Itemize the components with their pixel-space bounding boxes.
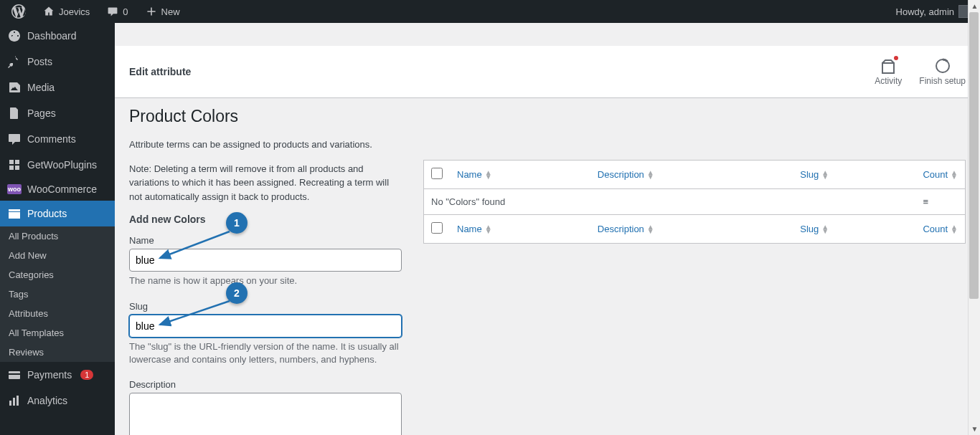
submenu-tags[interactable]: Tags [0,285,115,304]
new-label: New [161,6,180,17]
svg-rect-8 [17,396,19,406]
main-content: Edit attribute Activity Finish setup Pro… [115,46,980,435]
menu-comments[interactable]: Comments [0,126,115,152]
col-description-label: Description [598,224,644,234]
scroll-down-arrow[interactable]: ▼ [969,423,980,435]
page-title: Edit attribute [129,66,191,77]
plugin-icon [7,158,22,172]
submenu-add-new[interactable]: Add New [0,246,115,265]
sort-icon: ▲▼ [485,225,492,234]
header-actions: Activity Finish setup [875,57,966,86]
menu-getwooplugins[interactable]: GetWooPlugins [0,152,115,178]
name-desc: The name is how it appears on your site. [129,274,402,287]
col-description-footer[interactable]: Description▲▼ [590,215,793,244]
sort-icon: ▲▼ [951,171,958,179]
col-count-header[interactable]: Count▲▼ [915,161,965,189]
menu-label: Analytics [27,395,67,406]
col-count-footer[interactable]: Count▲▼ [915,215,965,244]
page-icon [7,106,22,120]
submenu-all-templates[interactable]: All Templates [0,323,115,343]
table-footer-row: Name▲▼ Description▲▼ Slug▲▼ Count▲▼ [424,215,966,244]
activity-label: Activity [875,76,902,86]
col-slug-label: Slug [800,169,819,180]
menu-products[interactable]: Products [0,201,115,226]
no-items-row: No "Colors" found ≡ [424,189,966,215]
sort-icon: ▲▼ [485,171,492,179]
menu-woocommerce[interactable]: woo WooCommerce [0,178,115,201]
site-name-link[interactable]: Joevics [36,0,95,23]
submenu-reviews[interactable]: Reviews [0,343,115,362]
activity-button[interactable]: Activity [875,57,902,86]
activity-dot [894,56,898,60]
sort-icon: ▲▼ [821,171,829,179]
pin-icon [7,54,22,69]
svg-rect-0 [9,160,14,164]
scroll-up-arrow[interactable]: ▲ [969,0,980,12]
dashboard-icon [7,29,22,43]
menu-label: Comments [27,133,76,145]
comment-icon [105,4,120,19]
submenu-attributes[interactable]: Attributes [0,304,115,323]
activity-icon [880,57,897,75]
admin-bar-right[interactable]: Howdy, admin [896,5,974,18]
comment-icon [7,132,22,146]
menu-posts[interactable]: Posts [0,49,115,75]
wp-logo[interactable] [6,0,32,23]
description-textarea[interactable] [129,393,402,435]
menu-label: GetWooPlugins [27,159,97,171]
col-name-footer[interactable]: Name▲▼ [450,215,590,244]
admin-bar: Joevics 0 New Howdy, admin [0,0,980,23]
terms-table: Name▲▼ Description▲▼ Slug▲▼ Count▲▼ No "… [423,160,966,244]
name-field-wrap: Name The name is how it appears on your … [129,235,402,288]
submenu-all-products[interactable]: All Products [0,226,115,246]
row-menu-icon[interactable]: ≡ [915,189,965,215]
payments-badge: 1 [80,370,93,380]
menu-payments[interactable]: Payments 1 [0,362,115,388]
admin-sidebar: Dashboard Posts Media Pages Comments Get… [0,23,115,435]
menu-label: Pages [27,107,56,119]
col-name-label: Name [457,169,482,180]
woocommerce-icon: woo [7,184,22,194]
menu-label: Posts [27,56,52,67]
help-text-1: Attribute terms can be assigned to produ… [129,138,402,152]
svg-rect-1 [15,160,19,164]
menu-analytics[interactable]: Analytics [0,388,115,414]
col-slug-header[interactable]: Slug▲▼ [793,161,915,189]
scrollbar[interactable]: ▲ ▼ [968,0,980,435]
scrollbar-thumb[interactable] [969,12,979,299]
new-link[interactable]: New [138,0,186,23]
slug-input[interactable] [129,315,402,338]
admin-bar-left: Joevics 0 New [6,0,186,23]
slug-desc: The "slug" is the URL-friendly version o… [129,340,402,366]
progress-icon [934,57,951,75]
menu-label: Dashboard [27,30,77,42]
col-name-header[interactable]: Name▲▼ [450,161,590,189]
help-text-2: Note: Deleting a term will remove it fro… [129,162,402,204]
svg-rect-4 [9,371,20,379]
right-column: Name▲▼ Description▲▼ Slug▲▼ Count▲▼ No "… [423,107,966,435]
description-field-wrap: Description [129,379,402,435]
sort-icon: ▲▼ [821,225,829,234]
col-description-header[interactable]: Description▲▼ [590,161,793,189]
select-all-checkbox-footer[interactable] [431,222,443,234]
sort-icon: ▲▼ [647,171,654,179]
menu-label: WooCommerce [27,183,97,195]
svg-rect-7 [13,398,15,406]
select-all-checkbox[interactable] [431,168,443,179]
select-all-footer [424,215,451,244]
table-header-row: Name▲▼ Description▲▼ Slug▲▼ Count▲▼ [424,161,966,189]
products-icon [7,206,22,221]
col-slug-footer[interactable]: Slug▲▼ [793,215,915,244]
payments-icon [7,368,22,382]
menu-pages[interactable]: Pages [0,100,115,126]
menu-label: Products [27,208,67,219]
menu-dashboard[interactable]: Dashboard [0,23,115,49]
name-input[interactable] [129,249,402,272]
col-count-label: Count [923,224,948,234]
menu-media[interactable]: Media [0,75,115,100]
sort-icon: ▲▼ [951,225,958,234]
finish-setup-button[interactable]: Finish setup [919,57,966,86]
col-slug-label: Slug [800,224,819,234]
submenu-categories[interactable]: Categories [0,265,115,285]
comments-link[interactable]: 0 [100,0,133,23]
